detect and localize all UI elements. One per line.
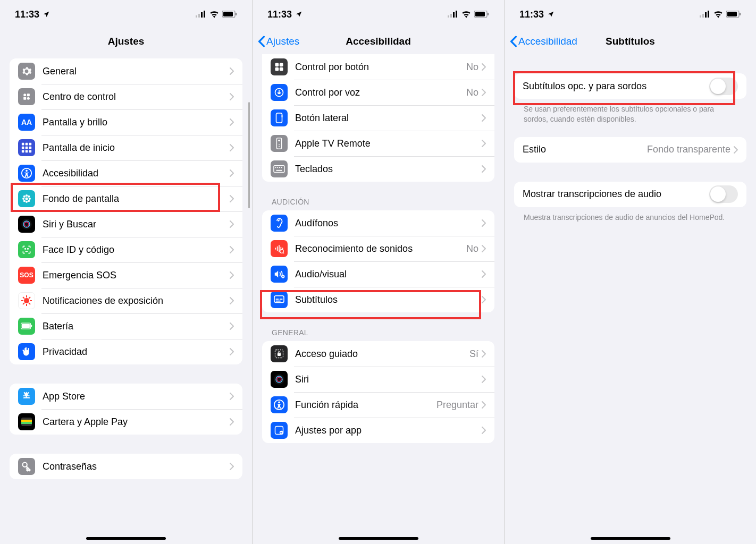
settings-list[interactable]: GeneralCentro de controlAAPantalla y bri… xyxy=(0,54,252,544)
status-bar: 11:33 xyxy=(505,0,756,29)
chevron-right-icon xyxy=(230,271,234,279)
row-pantalla-y-brillo[interactable]: AAPantalla y brillo xyxy=(10,109,242,135)
toggle-transcripciones[interactable] xyxy=(709,185,738,203)
kbd-icon xyxy=(271,160,288,177)
row-estilo[interactable]: Estilo Fondo transparente xyxy=(514,137,746,163)
svg-rect-60 xyxy=(280,63,283,67)
svg-line-41 xyxy=(23,297,24,299)
svg-point-28 xyxy=(28,196,30,198)
chevron-right-icon xyxy=(230,169,234,177)
row-transcripciones[interactable]: Mostrar transcripciones de audio xyxy=(514,182,746,207)
row-siri[interactable]: Siri xyxy=(262,367,494,392)
row-funci-n-r-pida[interactable]: Función rápidaPreguntar xyxy=(262,392,494,418)
chevron-right-icon xyxy=(230,195,234,202)
chevron-left-icon xyxy=(258,36,265,47)
row-contrase-as[interactable]: Contraseñas xyxy=(10,454,242,479)
row-bater-a[interactable]: Batería xyxy=(10,313,242,339)
svg-point-24 xyxy=(26,201,28,203)
row-pantalla-de-inicio[interactable]: Pantalla de inicio xyxy=(10,135,242,160)
svg-rect-8 xyxy=(27,94,30,96)
svg-rect-104 xyxy=(727,12,737,16)
hand-icon xyxy=(18,343,35,360)
svg-point-35 xyxy=(28,249,29,250)
row-siri-y-buscar[interactable]: Siri y Buscar xyxy=(10,211,242,237)
svg-point-27 xyxy=(23,196,26,198)
row-audio-visual[interactable]: Audio/visual xyxy=(262,261,494,287)
home-indicator[interactable] xyxy=(591,537,670,540)
svg-point-22 xyxy=(26,198,28,200)
row-app-store[interactable]: App Store xyxy=(10,384,242,409)
row-ajustes-por-app[interactable]: Ajustes por app xyxy=(262,418,494,443)
svg-rect-101 xyxy=(705,12,707,18)
svg-rect-14 xyxy=(22,147,24,149)
subtitles-list[interactable]: Subtítulos opc. y para sordos Se usan pr… xyxy=(505,54,756,544)
row-teclados[interactable]: Teclados xyxy=(262,156,494,182)
location-icon xyxy=(547,11,555,18)
home-indicator[interactable] xyxy=(86,537,166,540)
svg-rect-58 xyxy=(488,13,489,15)
cellular-icon xyxy=(700,11,710,18)
battery-icon xyxy=(726,11,741,18)
siri-icon xyxy=(18,216,35,233)
row-aud-fonos[interactable]: Audífonos xyxy=(262,210,494,236)
row-general[interactable]: General xyxy=(10,58,242,84)
svg-rect-79 xyxy=(279,245,280,252)
screen-accesibilidad: 11:33 Ajustes Accesibilidad Control por … xyxy=(252,0,504,544)
back-button[interactable]: Accesibilidad xyxy=(510,36,577,47)
location-icon xyxy=(43,11,50,18)
row-control-por-voz[interactable]: Control por vozNo xyxy=(262,80,494,105)
svg-rect-11 xyxy=(22,143,24,146)
row-reconocimiento-de-sonidos[interactable]: Reconocimiento de sonidosNo xyxy=(262,236,494,261)
row-privacidad[interactable]: Privacidad xyxy=(10,339,242,364)
row-control-por-bot-n[interactable]: Control por botónNo xyxy=(262,54,494,80)
svg-rect-9 xyxy=(23,97,26,100)
row-emergencia-sos[interactable]: SOSEmergencia SOS xyxy=(10,262,242,288)
svg-point-29 xyxy=(23,200,26,202)
row-apple-tv-remote[interactable]: Apple TV Remote xyxy=(262,131,494,156)
chevron-right-icon xyxy=(482,270,486,278)
svg-point-36 xyxy=(24,298,29,303)
row-notificaciones-de-exposici-n[interactable]: Notificaciones de exposición xyxy=(10,288,242,313)
row-bot-n-lateral[interactable]: Botón lateral xyxy=(262,105,494,131)
scroll-indicator[interactable] xyxy=(248,102,250,208)
sos-icon: SOS xyxy=(18,267,35,284)
covid-icon xyxy=(18,292,35,309)
row-accesibilidad[interactable]: Accesibilidad xyxy=(10,160,242,186)
chevron-right-icon xyxy=(230,348,234,355)
chevron-right-icon xyxy=(230,93,234,100)
face-icon xyxy=(18,241,35,258)
svg-rect-50 xyxy=(21,422,32,424)
svg-point-10 xyxy=(27,97,30,100)
svg-line-42 xyxy=(29,303,30,304)
svg-rect-5 xyxy=(223,12,233,16)
switchctl-icon xyxy=(271,58,288,75)
svg-point-70 xyxy=(279,146,280,147)
row-subt-tulos[interactable]: Subtítulos xyxy=(262,287,494,312)
page-title: Ajustes xyxy=(108,36,145,47)
svg-rect-16 xyxy=(29,147,32,149)
chevron-right-icon xyxy=(230,118,234,126)
perapp-icon xyxy=(271,422,288,439)
svg-line-43 xyxy=(23,303,24,304)
row-acceso-guiado[interactable]: Acceso guiadoSí xyxy=(262,341,494,367)
chevron-right-icon xyxy=(230,220,234,228)
batt-icon xyxy=(18,318,35,335)
svg-point-7 xyxy=(23,94,26,96)
chevron-right-icon xyxy=(230,418,234,426)
toggle-subtitulos-opc[interactable] xyxy=(709,78,738,95)
accessibility-list[interactable]: Control por botónNoControl por vozNoBotó… xyxy=(253,54,504,544)
row-face-id-y-c-digo[interactable]: Face ID y código xyxy=(10,237,242,262)
row-fondo-de-pantalla[interactable]: Fondo de pantalla xyxy=(10,186,242,211)
footer-subtitulos-opc: Se usan preferentemente los subtítulos o… xyxy=(524,104,737,124)
row-centro-de-control[interactable]: Centro de control xyxy=(10,84,242,109)
svg-point-21 xyxy=(26,170,28,172)
row-cartera-y-apple-pay[interactable]: Cartera y Apple Pay xyxy=(10,409,242,435)
row-subtitulos-opc[interactable]: Subtítulos opc. y para sordos xyxy=(514,73,746,99)
home-indicator[interactable] xyxy=(339,537,418,540)
svg-rect-57 xyxy=(475,12,485,16)
page-title: Accesibilidad xyxy=(346,36,411,47)
svg-point-26 xyxy=(29,198,31,200)
back-button[interactable]: Ajustes xyxy=(258,36,299,47)
aa-icon: AA xyxy=(18,114,35,131)
svg-point-68 xyxy=(278,140,280,142)
